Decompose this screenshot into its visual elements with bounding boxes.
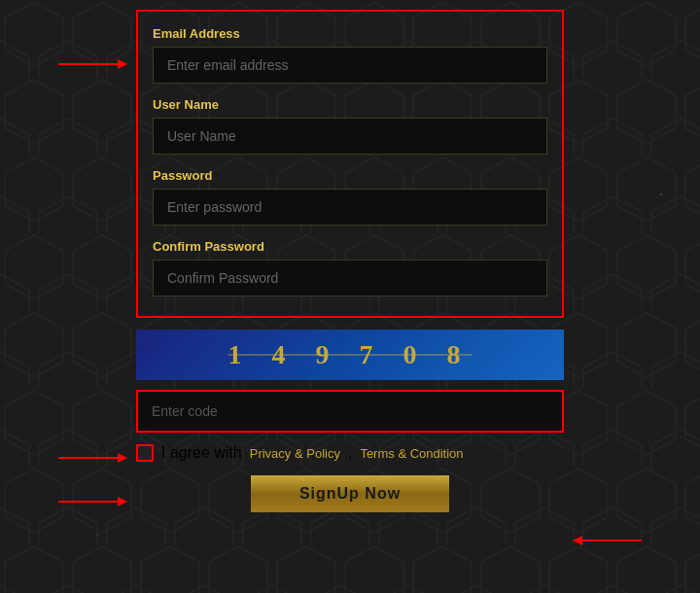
agree-row: I agree with Privacy & Policy , Terms & … <box>136 444 564 462</box>
email-input[interactable] <box>153 47 547 84</box>
terms-condition-link[interactable]: Terms & Condition <box>360 446 463 461</box>
captcha-value: 1 4 9 7 0 8 <box>228 339 472 369</box>
code-input-wrapper <box>136 390 564 433</box>
email-field-group: Email Address <box>153 26 547 84</box>
captcha-code-input[interactable] <box>138 392 562 431</box>
email-label: Email Address <box>153 26 547 41</box>
agree-separator: , <box>348 444 352 462</box>
agree-text: I agree with <box>161 444 242 462</box>
captcha-display: 1 4 9 7 0 8 <box>136 330 564 380</box>
username-input[interactable] <box>153 118 547 155</box>
form-fields-container: Email Address User Name Password Confirm… <box>136 10 564 318</box>
confirm-password-input[interactable] <box>153 260 547 296</box>
arrow-indicator-code <box>58 457 126 459</box>
password-field-group: Password <box>153 168 547 226</box>
username-label: User Name <box>153 97 547 112</box>
signup-button-wrapper: SignUp Now <box>136 475 564 512</box>
agree-checkbox[interactable] <box>136 444 154 462</box>
signup-button[interactable]: SignUp Now <box>251 475 449 512</box>
signup-form: Email Address User Name Password Confirm… <box>136 10 564 512</box>
confirm-password-label: Confirm Password <box>153 239 547 254</box>
password-label: Password <box>153 168 547 183</box>
arrow-indicator-form <box>58 63 126 65</box>
confirm-password-field-group: Confirm Password <box>153 239 547 296</box>
arrow-indicator-checkbox <box>58 501 126 503</box>
privacy-policy-link[interactable]: Privacy & Policy <box>250 446 340 461</box>
password-input[interactable] <box>153 189 547 226</box>
arrow-indicator-signup <box>574 540 642 541</box>
username-field-group: User Name <box>153 97 547 155</box>
